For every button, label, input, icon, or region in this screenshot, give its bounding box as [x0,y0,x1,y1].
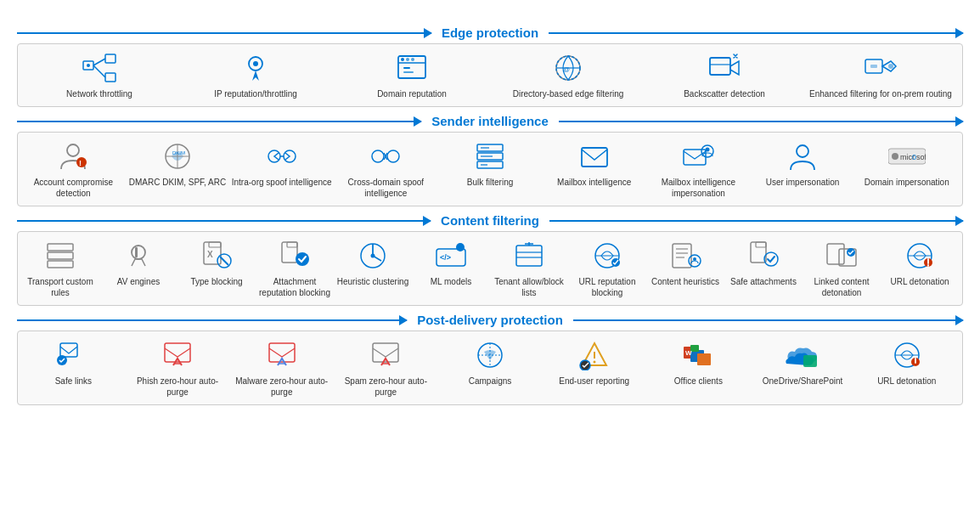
attachment-block-icon [276,239,313,273]
domain-impersonation-icon: micr0soft.com [888,139,926,173]
attachment-block-label: Attachment reputation blocking [257,276,332,298]
mailbox-impersonation-label: Mailbox intelligence impersonation [648,177,749,199]
safe-links-label: Safe links [55,376,92,387]
content-heuristics-icon [667,239,704,273]
url-detonation-post-icon [888,338,926,372]
section-header-edge: Edge protection [17,25,963,40]
svg-rect-57 [209,242,221,247]
onedrive-sharepoint-icon [784,338,821,372]
dmarc-icon: DKIM [159,139,196,173]
section-postdelivery: Post-delivery protectionSafe linksPhish … [17,313,963,405]
svg-point-33 [372,150,384,162]
heuristic-label: Heuristic clustering [337,276,408,287]
item-safe-links: Safe links [23,338,124,387]
av-engines-label: AV engines [117,276,160,287]
item-intra-spoof: Intra-org spoof intelligence [231,139,332,188]
item-transport-rules: Transport custom rules [23,239,98,298]
svg-text:!: ! [79,159,82,167]
svg-rect-19 [710,58,730,75]
section-line-left [17,32,431,34]
item-dmarc: DKIMDMARC DKIM, SPF, ARC [127,139,228,188]
item-url-detonation-post: URL detonation [856,338,957,387]
item-account-compromise: !Account compromise detection [23,139,124,199]
malware-purge-icon [263,338,301,372]
svg-text:soft.com: soft.com [916,153,926,161]
account-compromise-label: Account compromise detection [23,177,124,199]
section-box-edge: Network throttlingIP reputation/throttli… [17,43,963,107]
user-impersonation-icon [784,139,821,173]
item-onedrive-sharepoint: OneDrive/SharePoint [752,338,853,387]
item-phish-purge: Phish zero-hour auto-purge [127,338,228,398]
cross-spoof-label: Cross-domain spoof intelligence [335,177,436,199]
transport-rules-label: Transport custom rules [23,276,98,298]
svg-text:</>: </> [440,253,451,262]
network-throttling-label: Network throttling [66,88,132,99]
item-ip-reputation: IP reputation/throttling [179,51,332,99]
item-domain-reputation: Domain reputation [335,51,488,99]
item-spam-purge: Spam zero-hour auto-purge [335,338,436,398]
svg-rect-1 [105,54,115,63]
user-impersonation-label: User impersonation [766,177,840,188]
domain-reputation-label: Domain reputation [377,88,447,99]
item-av-engines: AV engines [101,239,176,287]
svg-point-54 [132,246,145,259]
svg-rect-55 [135,247,138,257]
item-office-clients: WOffice clients [648,338,749,387]
svg-rect-52 [48,252,73,259]
safe-attachments-icon [745,239,782,273]
svg-rect-2 [105,73,115,82]
svg-rect-77 [673,244,691,268]
transport-rules-icon [42,239,79,273]
ip-reputation-icon [237,51,274,85]
svg-rect-108 [803,355,817,367]
backscatter-label: Backscatter detection [684,88,765,99]
spam-purge-label: Spam zero-hour auto-purge [335,376,436,398]
url-detonation-icon [901,239,938,273]
item-content-heuristics: Content heuristics [648,239,723,287]
svg-text:DKIM: DKIM [172,150,185,155]
svg-point-67 [371,254,375,258]
svg-point-5 [87,64,90,67]
svg-point-34 [387,150,399,162]
section-title-sender: Sender intelligence [421,114,559,128]
svg-point-24 [67,144,79,156]
item-bulk-filtering: Bulk filtering [440,139,541,188]
svg-line-4 [93,65,105,77]
section-header-content: Content filtering [17,213,963,228]
svg-rect-84 [756,242,766,247]
svg-text:@: @ [563,65,570,73]
svg-rect-71 [516,246,542,266]
av-engines-icon [120,239,157,273]
svg-rect-51 [48,244,73,251]
office-clients-icon: W [679,338,717,372]
linked-content-label: Linked content detonation [804,276,879,298]
item-campaigns: Campaigns [440,338,541,387]
svg-rect-14 [403,71,414,73]
item-mailbox-impersonation: Mailbox intelligence impersonation [648,139,749,199]
phish-purge-label: Phish zero-hour auto-purge [127,376,228,398]
section-content: Content filteringTransport custom rulesA… [17,213,963,306]
heuristic-icon [354,239,391,273]
svg-rect-53 [48,261,73,268]
svg-text:W: W [685,349,692,357]
items-row-sender: !Account compromise detectionDKIMDMARC D… [23,139,957,199]
item-ml-models: </>ML models [414,239,488,287]
section-title-postdelivery: Post-delivery protection [407,313,573,327]
cross-spoof-icon [367,139,404,173]
enhanced-filtering-icon [862,51,899,85]
svg-rect-22 [870,65,877,68]
item-directory-edge: @Directory-based edge filtering [492,51,645,99]
svg-point-45 [797,145,808,157]
phish-purge-icon [159,338,196,372]
svg-point-70 [456,243,465,251]
url-reputation-label: URL reputation blocking [570,276,645,298]
account-compromise-icon: ! [54,139,92,173]
svg-rect-42 [684,150,706,165]
item-user-impersonation: User impersonation [752,139,853,188]
directory-edge-label: Directory-based edge filtering [513,88,624,99]
enhanced-filtering-label: Enhanced filtering for on-prem routing [809,88,952,99]
campaigns-label: Campaigns [469,376,512,387]
bulk-filtering-label: Bulk filtering [467,177,513,188]
item-attachment-block: Attachment reputation blocking [257,239,332,298]
svg-point-23 [888,64,893,69]
